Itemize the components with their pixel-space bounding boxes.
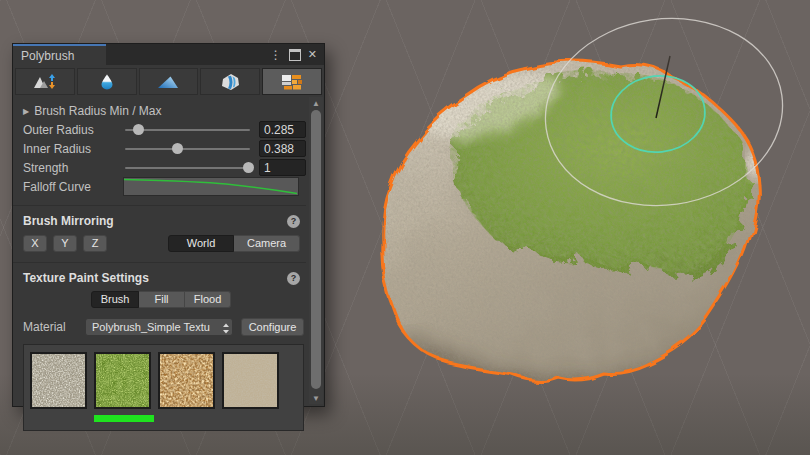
strength-row: Strength 1	[23, 158, 306, 177]
window-titlebar[interactable]: Polybrush ⋮ ✕	[13, 44, 324, 65]
slider-thumb[interactable]	[243, 162, 254, 173]
mode-sculpt-button[interactable]	[15, 68, 75, 95]
sculpt-raise-lower-icon	[33, 73, 57, 91]
mode-smooth-button[interactable]	[77, 68, 137, 95]
brush-mirroring-header: Brush Mirroring	[23, 214, 114, 228]
scrollbar-thumb[interactable]	[311, 110, 321, 389]
inner-radius-value-field[interactable]: 0.388	[259, 140, 306, 157]
rock-mesh[interactable]	[370, 50, 770, 398]
falloff-curve-label: Falloff Curve	[23, 180, 123, 194]
mirror-space-camera-button[interactable]: Camera	[234, 235, 300, 252]
inner-radius-row: Inner Radius 0.388	[23, 139, 306, 158]
texture-paint-help-icon[interactable]: ?	[287, 272, 300, 285]
texture-paint-header: Texture Paint Settings	[23, 271, 149, 285]
texture-paint-icon	[280, 73, 304, 91]
slider-track	[125, 148, 250, 150]
selected-texture-indicator	[94, 415, 154, 422]
polybrush-window: Polybrush ⋮ ✕	[12, 43, 325, 407]
outer-radius-label: Outer Radius	[23, 123, 123, 137]
scatter-prefabs-icon	[219, 73, 241, 91]
slider-thumb[interactable]	[133, 124, 144, 135]
strength-value-field[interactable]: 1	[259, 159, 306, 176]
falloff-curve-graph	[124, 178, 298, 195]
mirroring-help-icon[interactable]: ?	[287, 215, 300, 228]
inner-radius-slider[interactable]	[123, 139, 252, 158]
mirror-x-button[interactable]: X	[23, 235, 47, 252]
texture-swatch-sand-tan[interactable]	[222, 352, 279, 409]
strength-slider[interactable]	[123, 158, 252, 177]
brush-radius-foldout-label: Brush Radius Min / Max	[34, 104, 161, 118]
brush-radius-foldout[interactable]: ▶ Brush Radius Min / Max	[23, 102, 306, 120]
material-label: Material	[23, 320, 85, 334]
texture-swatch-leafy-brown[interactable]	[158, 352, 215, 409]
section-divider	[13, 262, 306, 263]
maximize-icon[interactable]	[289, 49, 301, 61]
outer-radius-slider[interactable]	[123, 120, 252, 139]
texture-swatch-gravel-gray[interactable]	[30, 352, 87, 409]
scroll-up-icon[interactable]: ▲	[309, 97, 323, 109]
mirror-y-button[interactable]: Y	[53, 235, 77, 252]
configure-button[interactable]: Configure	[241, 318, 304, 336]
strength-label: Strength	[23, 161, 123, 175]
mirroring-controls-row: X Y Z World Camera	[23, 234, 306, 253]
paint-mode-toggle: Brush Fill Flood	[91, 291, 306, 308]
paint-color-icon	[156, 73, 180, 91]
inner-radius-label: Inner Radius	[23, 142, 123, 156]
material-dropdown[interactable]: Polybrush_Simple Textu	[85, 318, 233, 336]
close-icon[interactable]: ✕	[308, 48, 317, 61]
falloff-curve-row: Falloff Curve	[23, 177, 306, 196]
material-dropdown-value: Polybrush_Simple Textu	[92, 321, 210, 333]
section-divider	[13, 205, 306, 206]
panel-scrollbar[interactable]: ▲ ▼	[309, 97, 323, 404]
mode-scatter-prefabs-button[interactable]	[200, 68, 260, 95]
outer-radius-value-field[interactable]: 0.285	[259, 121, 306, 138]
window-title: Polybrush	[21, 49, 74, 63]
texture-paint-header-row: Texture Paint Settings ?	[23, 268, 306, 288]
slider-thumb[interactable]	[172, 143, 183, 154]
brush-mirroring-header-row: Brush Mirroring ?	[23, 211, 306, 231]
window-menu-icon[interactable]: ⋮	[270, 50, 282, 60]
mirror-z-button[interactable]: Z	[83, 235, 107, 252]
mirror-space-toggle: World Camera	[168, 235, 300, 252]
slider-track	[125, 167, 250, 169]
mode-toolbar	[13, 65, 324, 97]
mirror-space-world-button[interactable]: World	[168, 235, 234, 252]
smooth-droplet-icon	[98, 73, 116, 91]
dropdown-arrows-icon	[222, 322, 230, 336]
material-row: Material Polybrush_Simple Textu Configur…	[23, 317, 306, 336]
outer-radius-row: Outer Radius 0.285	[23, 120, 306, 139]
tab-polybrush[interactable]: Polybrush	[13, 44, 106, 65]
foldout-arrow-icon: ▶	[23, 107, 29, 116]
falloff-curve-field[interactable]	[123, 177, 299, 196]
mode-paint-textures-button[interactable]	[262, 68, 322, 95]
scroll-down-icon[interactable]: ▼	[309, 392, 323, 404]
mode-paint-color-button[interactable]	[139, 68, 199, 95]
paint-mode-brush-button[interactable]: Brush	[91, 291, 139, 308]
texture-swatch-grass-green[interactable]	[94, 352, 151, 409]
paint-mode-flood-button[interactable]: Flood	[185, 291, 231, 308]
paint-mode-fill-button[interactable]: Fill	[139, 291, 185, 308]
texture-palette-well	[23, 344, 304, 431]
